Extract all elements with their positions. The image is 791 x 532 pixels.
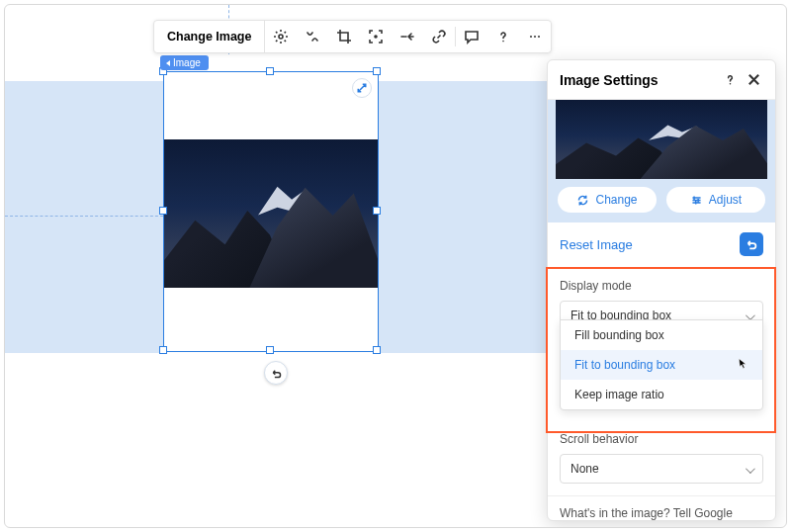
svg-point-2 (530, 36, 532, 38)
change-button[interactable]: Change (558, 187, 657, 213)
display-mode-dropdown: Fill bounding box Fit to bounding box Ke… (560, 319, 763, 410)
scroll-behavior-section: Scroll behavior None (548, 432, 775, 496)
filters-icon[interactable] (297, 21, 328, 52)
animation-icon[interactable] (392, 21, 423, 52)
svg-point-1 (375, 36, 377, 38)
change-image-label: Change Image (167, 30, 251, 44)
svg-point-0 (279, 35, 283, 39)
element-badge-label: Image (173, 57, 201, 68)
close-icon[interactable] (744, 70, 763, 90)
panel-preview: Change Adjust (548, 100, 775, 222)
guide-horiz (5, 216, 163, 217)
svg-point-3 (534, 36, 536, 38)
undo-button[interactable] (264, 361, 288, 385)
resize-handle[interactable] (373, 207, 381, 215)
display-mode-section: Display mode Fit to bounding box Fill bo… (548, 269, 775, 432)
display-mode-option[interactable]: Fit to bounding box (561, 350, 762, 380)
resize-handle[interactable] (159, 346, 167, 354)
focal-point-icon[interactable] (360, 21, 392, 52)
image-settings-panel: Image Settings Change Adjust (547, 59, 776, 521)
resize-handle[interactable] (373, 67, 381, 75)
comment-icon[interactable] (456, 21, 487, 52)
display-mode-option[interactable]: Keep image ratio (561, 380, 762, 409)
reset-image-link[interactable]: Reset Image (560, 237, 740, 252)
image-toolbar: Change Image (153, 20, 552, 53)
element-badge[interactable]: Image (160, 55, 209, 70)
selected-image-element[interactable] (163, 71, 379, 352)
panel-help-icon[interactable] (720, 70, 740, 90)
resize-handle[interactable] (159, 207, 167, 215)
panel-title: Image Settings (560, 72, 716, 88)
alt-text-section: What's in the image? Tell Google (548, 496, 775, 520)
change-button-label: Change (595, 193, 637, 207)
expand-icon[interactable] (352, 78, 372, 98)
cursor-icon (735, 357, 748, 374)
help-icon[interactable] (487, 21, 519, 52)
scroll-behavior-label: Scroll behavior (560, 432, 763, 446)
canvas-bg-left (5, 81, 163, 353)
settings-icon[interactable] (265, 21, 297, 52)
link-icon[interactable] (423, 21, 455, 52)
change-image-button[interactable]: Change Image (154, 21, 265, 52)
alt-text-label: What's in the image? Tell Google (560, 506, 763, 520)
resize-handle[interactable] (266, 67, 274, 75)
adjust-button[interactable]: Adjust (666, 187, 765, 213)
svg-point-4 (538, 36, 540, 38)
more-icon[interactable] (519, 21, 551, 52)
display-mode-option[interactable]: Fill bounding box (561, 320, 762, 350)
crop-icon[interactable] (328, 21, 360, 52)
image-preview (164, 139, 378, 288)
adjust-button-label: Adjust (709, 193, 742, 207)
scroll-behavior-select[interactable]: None (560, 454, 763, 484)
display-mode-label: Display mode (560, 279, 763, 293)
reset-image-button[interactable] (740, 232, 763, 256)
resize-handle[interactable] (373, 346, 381, 354)
resize-handle[interactable] (266, 346, 274, 354)
